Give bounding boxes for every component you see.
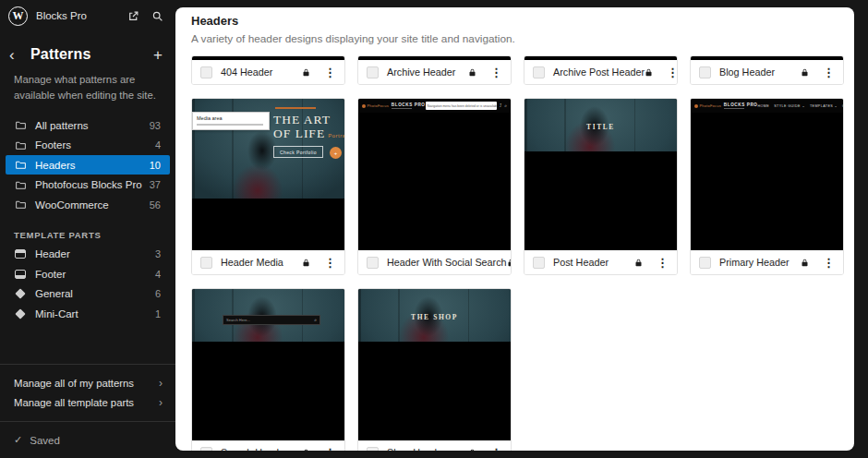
preview-title-text: THE SHOP — [358, 313, 511, 321]
chevron-right-icon: › — [159, 396, 163, 409]
pattern-card-footer: Primary Header⋮ — [691, 250, 843, 274]
pattern-card-post-header[interactable]: TITLEPost Header⋮ — [524, 98, 678, 275]
tooltip-subtext-line — [197, 124, 263, 126]
sidebar-item-footer[interactable]: Footer4 — [6, 264, 170, 284]
pattern-select-checkbox[interactable] — [367, 447, 379, 452]
template-part-label: Header — [35, 248, 70, 259]
pattern-options-menu-icon[interactable]: ⋮ — [324, 66, 336, 78]
view-site-external-link-icon[interactable] — [126, 8, 140, 23]
pattern-preview: Search Here...⌕ — [192, 289, 344, 440]
preview-brand-name: BLOCKS PRO — [392, 102, 426, 107]
pattern-select-checkbox[interactable] — [699, 257, 711, 269]
preview-brand: BLOCKS PRO — [392, 102, 426, 110]
pattern-card-header-with-social-search[interactable]: PhotoFocusBLOCKS PRONavigation menu has … — [357, 98, 512, 275]
lock-icon — [302, 68, 310, 77]
sidebar-item-footers[interactable]: Footers4 — [6, 135, 170, 155]
add-pattern-button[interactable]: + — [153, 47, 163, 63]
pattern-preview: THE ARTOF LIFEPortraitsCheck Portfolio+M… — [192, 99, 344, 250]
pattern-card-archive-header[interactable]: Archive Header⋮ — [357, 55, 512, 85]
pattern-title: Header Media — [221, 257, 283, 268]
patterns-sidebar: ‹ Patterns + Manage what patterns are av… — [0, 31, 175, 458]
pattern-title: Archive Header — [387, 66, 455, 78]
preview-nav-menu: HOMESTYLE GUIDE ⌄TEMPLATES ⌄CONTACT⌕ — [758, 102, 844, 109]
sidebar-item-general[interactable]: General6 — [6, 283, 170, 304]
pattern-preview: THE SHOP — [358, 289, 511, 440]
pattern-preview: TITLE — [524, 99, 677, 250]
pattern-options-menu-icon[interactable]: ⋮ — [823, 257, 835, 269]
pattern-card-search-header[interactable]: Search Here...⌕Search Header⋮ — [191, 288, 345, 451]
template-part-label: Mini-Cart — [35, 308, 78, 319]
sidebar-item-headers[interactable]: Headers10 — [6, 155, 170, 175]
sidebar-item-header[interactable]: Header3 — [6, 244, 170, 264]
pattern-options-menu-icon[interactable]: ⋮ — [657, 257, 669, 269]
pattern-select-checkbox[interactable] — [533, 66, 545, 78]
pattern-preview — [358, 56, 511, 60]
sidebar-item-all-patterns[interactable]: All patterns93 — [6, 115, 170, 136]
preview-brand-subtitle — [392, 108, 412, 110]
template-part-label: General — [35, 288, 73, 299]
pattern-card-archive-post-header[interactable]: Archive Post Header⋮ — [524, 55, 678, 85]
pattern-title: Primary Header — [719, 257, 790, 268]
pattern-select-checkbox[interactable] — [367, 66, 379, 78]
lock-icon — [801, 68, 809, 77]
pattern-card-blog-header[interactable]: Blog Header⋮ — [690, 55, 844, 85]
pattern-select-checkbox[interactable] — [367, 257, 379, 269]
pattern-card-footer: Shop Header⋮ — [358, 440, 511, 451]
preview-social-search-icons: ⤴⌕ — [500, 102, 507, 109]
sidebar-item-woocommerce[interactable]: WooCommerce56 — [6, 195, 170, 215]
pattern-card-primary-header[interactable]: PhotoFocusBLOCKS PROHOMESTYLE GUIDE ⌄TEM… — [690, 98, 844, 275]
pattern-options-menu-icon[interactable]: ⋮ — [324, 257, 336, 269]
pattern-select-checkbox[interactable] — [200, 66, 212, 78]
pattern-options-menu-icon[interactable]: ⋮ — [490, 447, 502, 452]
sidebar-item-photofocus-blocks-pro[interactable]: Photofocus Blocks Pro37 — [6, 175, 170, 195]
back-button[interactable]: ‹ — [9, 47, 24, 63]
sidebar-item-mini-cart[interactable]: Mini-Cart1 — [6, 304, 170, 324]
lock-icon — [468, 68, 476, 77]
preview-site-logo: PhotoFocus — [362, 103, 389, 108]
block-icon — [14, 307, 27, 320]
template-part-label: Footer — [35, 269, 66, 280]
manage-template-parts-link[interactable]: Manage all template parts› — [0, 392, 175, 412]
folder-icon — [14, 199, 27, 211]
category-label: Headers — [35, 160, 75, 171]
lock-icon — [302, 449, 310, 452]
footer-icon — [14, 268, 27, 281]
pattern-select-checkbox[interactable] — [200, 447, 212, 452]
lock-icon — [645, 68, 653, 77]
pattern-card-header-media[interactable]: THE ARTOF LIFEPortraitsCheck Portfolio+M… — [191, 98, 345, 275]
search-icon[interactable] — [150, 8, 164, 23]
wordpress-logo-icon[interactable]: W — [8, 6, 28, 26]
preview-hero-title: THE ART — [273, 113, 340, 127]
pattern-select-checkbox[interactable] — [699, 66, 711, 78]
folder-icon — [14, 119, 27, 132]
preview-brand: BLOCKS PRO — [724, 102, 758, 110]
preview-title-text: TITLE — [524, 123, 677, 131]
pattern-card-shop-header[interactable]: THE SHOPShop Header⋮ — [357, 288, 512, 451]
lock-icon — [634, 259, 643, 267]
pattern-select-checkbox[interactable] — [533, 257, 545, 269]
pattern-options-menu-icon[interactable]: ⋮ — [667, 66, 678, 78]
preview-site-navbar: PhotoFocusBLOCKS PRONavigation menu has … — [358, 99, 511, 113]
pattern-preview — [691, 56, 843, 60]
category-label: Footers — [35, 139, 71, 151]
pattern-category-list: All patterns93Footers4Headers10Photofocu… — [0, 115, 175, 215]
pattern-title: 404 Header — [221, 66, 272, 78]
save-status-button[interactable]: ✓ Saved — [0, 422, 175, 458]
manage-patterns-link[interactable]: Manage all of my patterns› — [0, 373, 175, 392]
pattern-options-menu-icon[interactable]: ⋮ — [324, 447, 336, 452]
manage-link-label: Manage all template parts — [14, 397, 134, 408]
pattern-grid: 404 Header⋮Archive Header⋮Archive Post H… — [191, 55, 854, 451]
pattern-select-checkbox[interactable] — [200, 257, 212, 269]
pattern-options-menu-icon[interactable]: ⋮ — [490, 66, 502, 78]
block-icon — [14, 287, 27, 300]
pattern-title: Blog Header — [719, 66, 775, 78]
pattern-options-menu-icon[interactable]: ⋮ — [823, 66, 835, 78]
preview-nav-notice: Navigation menu has been deleted or is u… — [426, 102, 497, 110]
preview-hero-photo: THE SHOP — [358, 289, 511, 342]
category-count: 93 — [150, 120, 161, 131]
pattern-card-404-header[interactable]: 404 Header⋮ — [191, 55, 345, 85]
manage-link-label: Manage all of my patterns — [14, 378, 134, 389]
category-count: 37 — [150, 179, 161, 190]
preview-search-bar: Search Here...⌕ — [223, 315, 320, 325]
pattern-preview — [192, 56, 344, 60]
